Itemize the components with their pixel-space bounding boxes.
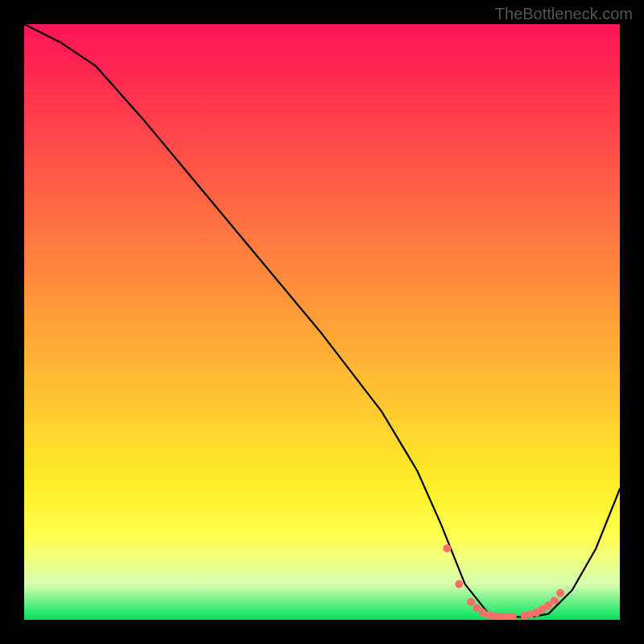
watermark-label: TheBottleneck.com: [495, 5, 633, 23]
marker-dot: [443, 544, 451, 552]
marker-dot: [455, 580, 463, 588]
marker-dot: [551, 597, 559, 605]
marker-dot: [556, 589, 564, 597]
curve-path: [24, 24, 620, 617]
chart-svg: [24, 24, 620, 620]
marker-group: [443, 544, 564, 620]
plot-area: [24, 24, 620, 620]
marker-dot: [509, 613, 517, 620]
marker-dot: [467, 598, 475, 606]
